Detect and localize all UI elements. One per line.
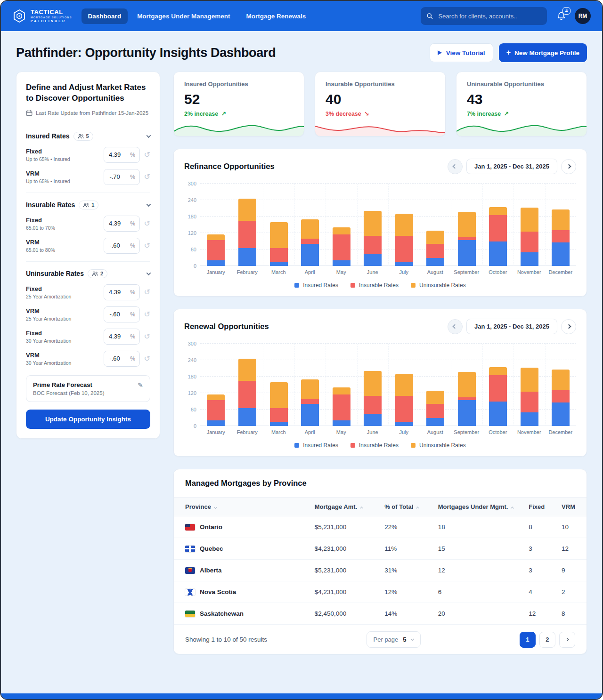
- reset-icon[interactable]: ↺: [144, 242, 150, 249]
- province-table: ProvinceMortgage Amt.% of TotalMortgages…: [174, 497, 587, 625]
- month-july: July: [388, 344, 420, 438]
- update-insights-button[interactable]: Update Opportunity Insights: [26, 410, 150, 429]
- column-mortgages-under-mgmt[interactable]: Mortgages Under Mgmt.: [432, 498, 523, 516]
- chevron-down-icon[interactable]: [147, 202, 151, 207]
- cell-fixed: 3: [523, 560, 556, 581]
- reset-icon[interactable]: ↺: [144, 289, 150, 296]
- rate-input-group: %: [104, 284, 140, 300]
- insured-rates-segment: [301, 404, 319, 426]
- stacked-bar-july[interactable]: [395, 374, 413, 426]
- date-range-prev-button[interactable]: [448, 159, 463, 174]
- rate-value-input[interactable]: [104, 285, 126, 300]
- per-page-select[interactable]: Per page 5: [367, 631, 421, 648]
- prime-forecast-title: Prime Rate Forecast: [33, 381, 104, 388]
- date-range-next-button[interactable]: [561, 159, 576, 174]
- date-range-label[interactable]: Jan 1, 2025 - Dec 31, 2025: [466, 159, 557, 174]
- chevron-down-icon[interactable]: [147, 271, 151, 275]
- stacked-bar-october[interactable]: [489, 207, 507, 266]
- search-icon: [426, 12, 433, 20]
- column-mortgage-amt[interactable]: Mortgage Amt.: [309, 498, 379, 516]
- people-count-badge: 1: [79, 201, 98, 209]
- rate-row-vrm-65-01-to-80: VRM65.01 to 80%%↺: [26, 238, 150, 254]
- uninsurable-rates-section-header[interactable]: Uninsurable Rates2: [26, 269, 150, 278]
- column-fixed[interactable]: Fixed: [523, 498, 556, 516]
- insurable-rates-segment: [301, 239, 319, 244]
- stacked-bar-january[interactable]: [207, 394, 225, 426]
- search-input[interactable]: [437, 12, 541, 20]
- stacked-bar-june[interactable]: [364, 211, 382, 266]
- cell-pct: 31%: [379, 560, 432, 581]
- stacked-bar-november[interactable]: [521, 368, 538, 426]
- stacked-bar-september[interactable]: [458, 372, 476, 426]
- stacked-bar-january[interactable]: [207, 234, 225, 266]
- notifications-button[interactable]: 4: [556, 11, 566, 21]
- column-label: VRM: [562, 503, 575, 510]
- reset-icon[interactable]: ↺: [144, 151, 150, 159]
- people-icon: [78, 134, 84, 139]
- table-row-ontario[interactable]: Ontario$5,231,00022%18810: [174, 516, 587, 538]
- rate-sublabel: 25 Year Amortization: [26, 294, 104, 299]
- table-row-nova-scotia[interactable]: Nova Scotia$4,231,00012%642: [174, 581, 587, 603]
- rate-value-input[interactable]: [104, 351, 126, 366]
- stacked-bar-november[interactable]: [521, 208, 538, 266]
- rate-value-input[interactable]: [104, 307, 126, 322]
- stacked-bar-december[interactable]: [552, 209, 570, 266]
- stacked-bar-april[interactable]: [301, 379, 319, 426]
- column-vrm[interactable]: VRM: [556, 498, 587, 516]
- stacked-bar-february[interactable]: [238, 199, 256, 266]
- date-range-next-button[interactable]: [561, 319, 576, 334]
- stacked-bar-october[interactable]: [489, 367, 507, 426]
- stacked-bar-july[interactable]: [395, 214, 413, 266]
- reset-icon[interactable]: ↺: [144, 173, 150, 181]
- rate-value-input[interactable]: [104, 147, 126, 162]
- stacked-bar-august[interactable]: [426, 391, 444, 426]
- insured-rates-section-header[interactable]: Insured Rates5: [26, 132, 150, 141]
- rate-value-input[interactable]: [104, 216, 126, 231]
- page-button-2[interactable]: 2: [539, 632, 555, 648]
- rate-input-group: %: [104, 238, 140, 254]
- per-page-value: 5: [403, 636, 406, 643]
- page-body: Pathfinder: Opportunity Insights Dashboa…: [1, 31, 602, 693]
- stacked-bar-april[interactable]: [301, 219, 319, 266]
- prime-rate-forecast[interactable]: Prime Rate Forecast BOC Forecast (Feb 10…: [26, 375, 150, 402]
- reset-icon[interactable]: ↺: [144, 333, 150, 340]
- date-range-label[interactable]: Jan 1, 2025 - Dec 31, 2025: [466, 319, 557, 334]
- reset-icon[interactable]: ↺: [144, 355, 150, 362]
- column-province[interactable]: Province: [174, 498, 309, 516]
- page-button-1[interactable]: 1: [520, 632, 536, 648]
- new-mortgage-profile-button[interactable]: + New Mortgage Profile: [499, 43, 587, 62]
- table-row-quebec[interactable]: Quebec$4,231,00011%15312: [174, 538, 587, 560]
- stacked-bar-june[interactable]: [364, 371, 382, 426]
- stacked-bar-march[interactable]: [270, 382, 288, 426]
- nav-mortgages-under-management[interactable]: Mortgages Under Management: [130, 8, 236, 24]
- stacked-bar-december[interactable]: [552, 370, 570, 426]
- brand-logo[interactable]: TACTICAL MORTGAGE SOLUTIONS PATHFINDER: [12, 9, 72, 23]
- stacked-bar-may[interactable]: [333, 227, 350, 266]
- rate-value-input[interactable]: [104, 329, 126, 344]
- stacked-bar-may[interactable]: [333, 387, 350, 426]
- pagination-next-button[interactable]: [559, 632, 575, 648]
- chevron-down-icon[interactable]: [147, 133, 151, 138]
- avatar[interactable]: RM: [575, 8, 591, 24]
- cell-under_mgmt: 6: [432, 581, 523, 603]
- stacked-bar-march[interactable]: [270, 222, 288, 266]
- edit-icon[interactable]: ✎: [138, 381, 143, 389]
- brand-hexagon-icon: [12, 9, 26, 23]
- insurable-rates-section-header[interactable]: Insurable Rates1: [26, 201, 150, 209]
- legend-label: Insurable Rates: [359, 442, 399, 449]
- date-range-prev-button[interactable]: [448, 319, 463, 334]
- stacked-bar-september[interactable]: [458, 212, 476, 266]
- rate-value-input[interactable]: [104, 238, 126, 253]
- view-tutorial-button[interactable]: View Tutorial: [430, 43, 493, 62]
- chart-title: Refinance Opportunities: [184, 162, 275, 171]
- reset-icon[interactable]: ↺: [144, 220, 150, 227]
- table-row-alberta[interactable]: Alberta$5,231,00031%1239: [174, 560, 587, 581]
- nav-dashboard[interactable]: Dashboard: [81, 8, 128, 24]
- table-row-saskatchewan[interactable]: Saskatchewan$2,450,00014%20128: [174, 603, 587, 625]
- stacked-bar-august[interactable]: [426, 231, 444, 266]
- rate-value-input[interactable]: [104, 169, 126, 185]
- column-of-total[interactable]: % of Total: [379, 498, 432, 516]
- stacked-bar-february[interactable]: [238, 359, 256, 426]
- nav-mortgage-renewals[interactable]: Mortgage Renewals: [239, 8, 312, 24]
- reset-icon[interactable]: ↺: [144, 311, 150, 318]
